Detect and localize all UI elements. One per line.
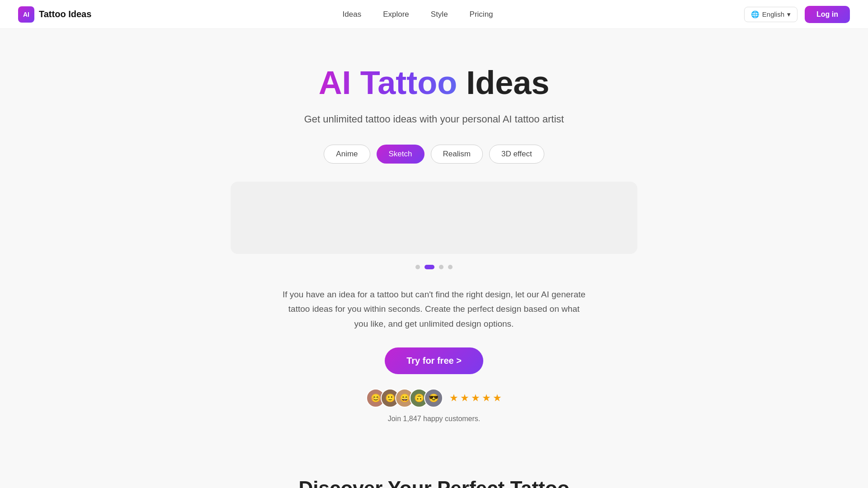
language-label: English bbox=[762, 10, 784, 18]
carousel-dot-4[interactable] bbox=[448, 265, 453, 269]
carousel-dot-3[interactable] bbox=[439, 265, 443, 269]
brand-name: Tattoo Ideas bbox=[39, 9, 91, 19]
star-2: ★ bbox=[460, 392, 469, 404]
style-pills: Anime Sketch Realism 3D effect bbox=[324, 145, 544, 164]
hero-section: AI Tattoo Ideas Get unlimited tattoo ide… bbox=[0, 29, 868, 459]
hero-title: AI Tattoo Ideas bbox=[319, 65, 550, 101]
carousel-dot-2[interactable] bbox=[425, 265, 434, 269]
star-3: ★ bbox=[471, 392, 480, 404]
globe-icon: 🌐 bbox=[751, 10, 760, 19]
navbar: AI Tattoo Ideas Ideas Explore Style Pric… bbox=[0, 0, 868, 29]
nav-links: Ideas Explore Style Pricing bbox=[343, 10, 493, 19]
brand-logo[interactable]: AI Tattoo Ideas bbox=[18, 6, 91, 23]
nav-pricing[interactable]: Pricing bbox=[470, 10, 493, 19]
hero-subtitle: Get unlimited tattoo ideas with your per… bbox=[304, 112, 564, 127]
hero-description: If you have an idea for a tattoo but can… bbox=[280, 287, 588, 331]
try-for-free-button[interactable]: Try for free > bbox=[385, 347, 483, 374]
pill-realism[interactable]: Realism bbox=[431, 145, 483, 164]
star-rating: ★ ★ ★ ★ ★ bbox=[449, 392, 502, 404]
star-4: ★ bbox=[482, 392, 491, 404]
chevron-down-icon: ▾ bbox=[787, 10, 791, 19]
brand-icon: AI bbox=[18, 6, 34, 23]
carousel-dots bbox=[415, 265, 453, 269]
nav-ideas[interactable]: Ideas bbox=[343, 10, 362, 19]
discover-title: Discover Your Perfect Tattoo bbox=[54, 477, 814, 488]
pill-sketch[interactable]: Sketch bbox=[377, 145, 425, 164]
avatar-group: 😊 🙂 😄 🙃 😎 bbox=[366, 389, 443, 408]
carousel-area bbox=[231, 182, 637, 254]
social-proof-label: Join 1,847 happy customers. bbox=[388, 415, 481, 423]
avatar-5: 😎 bbox=[424, 389, 443, 408]
discover-section: Discover Your Perfect Tattoo bbox=[0, 459, 868, 488]
nav-style[interactable]: Style bbox=[431, 10, 448, 19]
carousel-dot-1[interactable] bbox=[415, 265, 420, 269]
hero-title-plain: Ideas bbox=[457, 65, 549, 101]
pill-anime[interactable]: Anime bbox=[324, 145, 370, 164]
star-5: ★ bbox=[493, 392, 502, 404]
hero-title-gradient: AI Tattoo bbox=[319, 65, 458, 101]
social-proof: 😊 🙂 😄 🙃 😎 ★ ★ ★ ★ ★ bbox=[366, 389, 502, 408]
language-selector[interactable]: 🌐 English ▾ bbox=[744, 7, 797, 22]
nav-right: 🌐 English ▾ Log in bbox=[744, 6, 850, 23]
login-button[interactable]: Log in bbox=[805, 6, 850, 23]
pill-3d-effect[interactable]: 3D effect bbox=[489, 145, 544, 164]
nav-explore[interactable]: Explore bbox=[383, 10, 409, 19]
star-1: ★ bbox=[449, 392, 458, 404]
